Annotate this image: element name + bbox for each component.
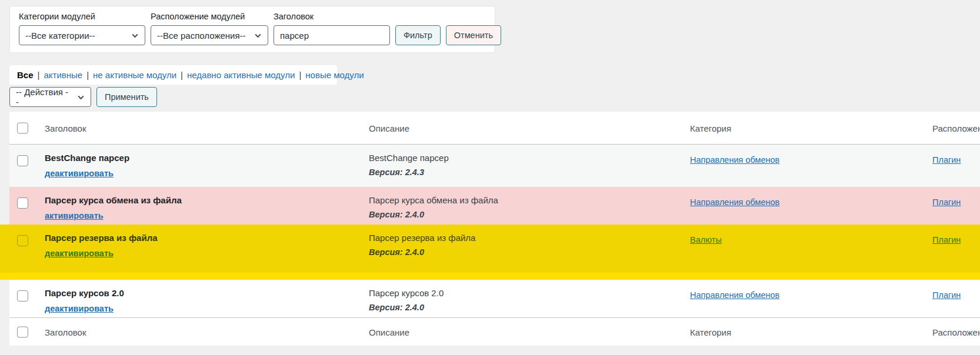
row-checkbox[interactable] [17,155,28,166]
module-title: Парсер курсов 2.0 [45,288,124,298]
column-footer-title: Заголовок [45,327,86,337]
column-header-category: Категория [690,123,731,133]
view-inactive[interactable]: не активные модули [93,70,176,80]
location-filter-label: Расположение модулей [151,12,268,22]
column-footer-location: Расположение [932,327,980,337]
location-select-value: --Все расположения-- [157,31,246,41]
table-row: BestChange парсер деактивировать BestCha… [0,145,980,187]
category-select[interactable]: --Все категории-- [19,25,145,45]
modules-table: Заголовок Описание Категория Расположени… [0,112,980,346]
activate-link[interactable]: активировать [45,211,104,220]
location-select[interactable]: --Все расположения-- [151,25,268,45]
bulk-actions-select[interactable]: -- Действия -- [9,87,91,107]
bulk-actions: -- Действия -- Применить [9,87,157,107]
module-description: Парсер резерва из файла [369,233,475,243]
module-description: Парсер курса обмена из файла [369,195,498,205]
column-header-description: Описание [369,123,409,133]
category-link[interactable]: Направления обменов [690,290,779,300]
table-footer-row: Заголовок Описание Категория Расположени… [0,317,980,346]
table-header-row: Заголовок Описание Категория Расположени… [0,112,980,145]
table-gutter [0,112,9,145]
views-bar: Все | активные | не активные модули | не… [9,65,337,85]
table-row: Парсер курсов 2.0 деактивировать Парсер … [0,280,980,317]
chevron-down-icon [77,93,85,101]
view-recently-active[interactable]: недавно активные модули [187,70,295,80]
module-version: Версия: 2.4.0 [369,210,498,219]
category-link[interactable]: Направления обменов [690,197,779,207]
views-separator: | [299,70,301,80]
view-all[interactable]: Все [17,70,34,80]
views-separator: | [86,70,89,80]
title-search-input[interactable] [274,25,390,45]
column-header-location: Расположение [932,123,980,133]
bulk-actions-value: -- Действия -- [16,87,71,107]
module-title: BestChange парсер [45,153,129,163]
filter-button[interactable]: Фильтр [395,25,441,45]
table-gutter [0,225,9,273]
location-link[interactable]: Плагин [932,155,961,165]
deactivate-link[interactable]: деактивировать [45,169,114,178]
row-checkbox[interactable] [17,197,28,209]
select-all-checkbox[interactable] [17,122,28,133]
module-description: BestChange парсер [369,153,449,163]
apply-button[interactable]: Применить [96,87,157,107]
location-link[interactable]: Плагин [932,290,961,300]
module-title: Парсер курса обмена из файла [45,195,182,205]
location-link[interactable]: Плагин [932,235,961,245]
category-link[interactable]: Валюты [690,235,722,245]
select-all-checkbox[interactable] [17,326,28,337]
views-separator: | [38,70,40,80]
table-gutter [0,145,9,187]
chevron-down-icon [131,32,139,39]
table-gutter [0,187,9,225]
category-link[interactable]: Направления обменов [690,155,779,165]
row-checkbox[interactable] [17,290,28,302]
category-filter-label: Категории модулей [19,12,145,22]
module-version: Версия: 2.4.0 [369,247,475,257]
deactivate-link[interactable]: деактивировать [45,249,114,258]
table-gutter [0,317,9,346]
category-select-value: --Все категории-- [25,31,95,41]
views-separator: | [181,70,183,80]
highlight-strip [0,273,980,280]
cancel-button[interactable]: Отменить [446,25,501,45]
column-footer-description: Описание [369,327,409,337]
deactivate-link[interactable]: деактивировать [45,304,114,313]
chevron-down-icon [254,32,262,39]
module-description: Парсер курсов 2.0 [369,288,444,298]
view-new[interactable]: новые модули [305,70,364,80]
table-row-highlighted: Парсер резерва из файла деактивировать П… [0,225,980,273]
filter-card: Категории модулей --Все категории-- Расп… [9,6,495,53]
module-version: Версия: 2.4.3 [369,168,449,177]
view-active[interactable]: активные [44,70,82,80]
row-checkbox[interactable] [17,235,28,246]
location-link[interactable]: Плагин [932,197,961,207]
table-gutter [0,280,9,317]
module-version: Версия: 2.4.0 [369,303,444,312]
column-header-title: Заголовок [45,123,86,133]
table-row: Парсер курса обмена из файла активироват… [0,187,980,225]
column-footer-category: Категория [690,327,731,337]
module-title: Парсер резерва из файла [45,233,158,243]
title-filter-label: Заголовок [274,12,390,22]
